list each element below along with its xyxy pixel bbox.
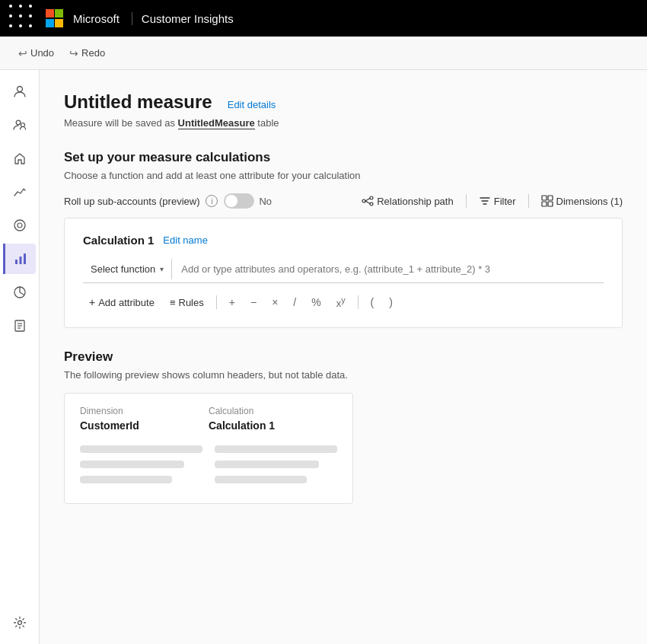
preview-description: The following preview shows column heade… — [64, 369, 623, 381]
select-function-dropdown[interactable]: Select function ▾ — [83, 259, 172, 279]
waffle-menu[interactable] — [9, 5, 37, 32]
separator — [466, 194, 467, 208]
product-name: Customer Insights — [132, 12, 234, 25]
separator-2 — [528, 194, 529, 208]
sidebar-item-analytics[interactable] — [5, 177, 35, 207]
operator-minus[interactable]: − — [244, 293, 263, 311]
add-attribute-button[interactable]: + Add attribute — [83, 293, 161, 311]
toggle-no-label: No — [259, 196, 272, 207]
operator-close-paren[interactable]: ) — [383, 293, 399, 311]
redo-icon: ↪ — [69, 47, 78, 59]
svg-point-3 — [14, 220, 25, 231]
main-layout: Untitled measure Edit details Measure wi… — [0, 70, 647, 644]
svg-point-0 — [17, 87, 22, 92]
operator-power[interactable]: xy — [330, 292, 352, 312]
company-name: Microsoft — [73, 12, 120, 25]
page-title-row: Untitled measure Edit details — [64, 91, 623, 113]
microsoft-logo — [46, 9, 64, 27]
undo-icon: ↩ — [18, 47, 27, 59]
edit-name-link[interactable]: Edit name — [163, 234, 208, 246]
rollup-right: Relationship path Filter — [362, 194, 623, 208]
info-icon[interactable]: i — [206, 195, 218, 207]
skeleton-row-1 — [80, 445, 337, 461]
calc-header: Calculation 1 Edit name — [83, 234, 604, 247]
skeleton-cell — [80, 461, 184, 468]
skeleton-cell — [215, 445, 337, 453]
svg-rect-20 — [548, 196, 553, 200]
sidebar-item-reports[interactable] — [5, 311, 35, 341]
operator-percent[interactable]: % — [305, 293, 327, 311]
sidebar-item-settings[interactable] — [5, 607, 35, 638]
filter-link[interactable]: Filter — [479, 195, 516, 207]
action-toolbar: ↩ Undo ↪ Redo — [0, 37, 647, 70]
rules-icon: ≡ — [170, 297, 176, 308]
skeleton-row-2 — [80, 461, 337, 476]
calc-toolbar: + Add attribute ≡ Rules + − × / % xy ( ) — [83, 292, 604, 312]
svg-point-2 — [21, 123, 24, 127]
relationship-path-link[interactable]: Relationship path — [362, 195, 453, 207]
calc-separator-1 — [216, 295, 217, 309]
calc-title: Calculation 1 — [83, 234, 154, 247]
content-area: Untitled measure Edit details Measure wi… — [40, 70, 647, 644]
section-header: Set up your measure calculations — [64, 150, 623, 165]
page-title: Untitled measure — [64, 91, 212, 113]
svg-point-4 — [18, 223, 22, 228]
svg-rect-5 — [15, 260, 18, 264]
svg-rect-7 — [24, 253, 26, 264]
toggle-container: No — [224, 193, 272, 209]
sidebar-item-home[interactable] — [5, 143, 35, 174]
svg-point-1 — [16, 120, 21, 125]
svg-point-16 — [370, 202, 373, 206]
toggle-knob — [225, 195, 237, 207]
svg-point-15 — [370, 196, 373, 199]
svg-rect-6 — [20, 257, 22, 264]
svg-rect-19 — [542, 196, 547, 200]
dimension-label: Dimension — [80, 406, 209, 416]
calculation-column: Calculation Calculation 1 — [209, 406, 337, 439]
rollup-toggle[interactable] — [224, 193, 254, 209]
dimension-column: Dimension CustomerId — [80, 406, 209, 439]
svg-point-13 — [18, 621, 21, 625]
svg-line-17 — [365, 199, 370, 202]
sidebar-item-measures[interactable] — [3, 244, 36, 274]
operator-multiply[interactable]: × — [266, 293, 284, 311]
sidebar-item-people[interactable] — [5, 76, 35, 107]
skeleton-cell — [215, 476, 307, 483]
rollup-row: Roll up sub-accounts (preview) i No — [64, 193, 623, 209]
undo-button[interactable]: ↩ Undo — [12, 44, 60, 62]
calculation-label: Calculation — [209, 406, 337, 416]
sidebar-item-segments[interactable] — [5, 277, 35, 308]
sidebar-item-insights[interactable] — [5, 210, 35, 241]
top-navigation: Microsoft Customer Insights — [0, 0, 647, 37]
skeleton-row-3 — [80, 476, 337, 491]
dimensions-link[interactable]: Dimensions (1) — [541, 195, 623, 207]
rules-button[interactable]: ≡ Rules — [164, 294, 210, 311]
chevron-down-icon: ▾ — [160, 265, 164, 273]
sidebar — [0, 70, 40, 644]
operator-divide[interactable]: / — [287, 293, 302, 311]
svg-point-14 — [362, 199, 365, 202]
relationship-path-icon — [362, 195, 374, 207]
calculation-card: Calculation 1 Edit name Select function … — [64, 218, 623, 328]
preview-title: Preview — [64, 349, 623, 365]
page-subtitle: Measure will be saved as UntitledMeasure… — [64, 117, 623, 129]
operator-plus[interactable]: + — [223, 293, 241, 311]
rollup-label: Roll up sub-accounts (preview) — [64, 196, 199, 207]
sidebar-item-contacts[interactable] — [5, 110, 35, 140]
skeleton-cell — [80, 445, 202, 453]
preview-table-header: Dimension CustomerId Calculation Calcula… — [80, 406, 337, 439]
section-description: Choose a function and add at least one a… — [64, 170, 623, 181]
calc-separator-2 — [358, 295, 359, 309]
svg-line-18 — [365, 201, 370, 204]
edit-details-link[interactable]: Edit details — [228, 99, 276, 110]
redo-button[interactable]: ↪ Redo — [63, 44, 111, 62]
svg-rect-21 — [542, 202, 547, 206]
skeleton-cell — [80, 476, 172, 483]
customer-id-value: CustomerId — [80, 419, 209, 432]
formula-input[interactable] — [172, 259, 604, 279]
operator-open-paren[interactable]: ( — [365, 293, 381, 311]
calculation-col-value: Calculation 1 — [209, 419, 337, 432]
skeleton-cell — [215, 461, 319, 468]
rollup-left: Roll up sub-accounts (preview) i No — [64, 193, 272, 209]
dimensions-icon — [541, 195, 553, 207]
